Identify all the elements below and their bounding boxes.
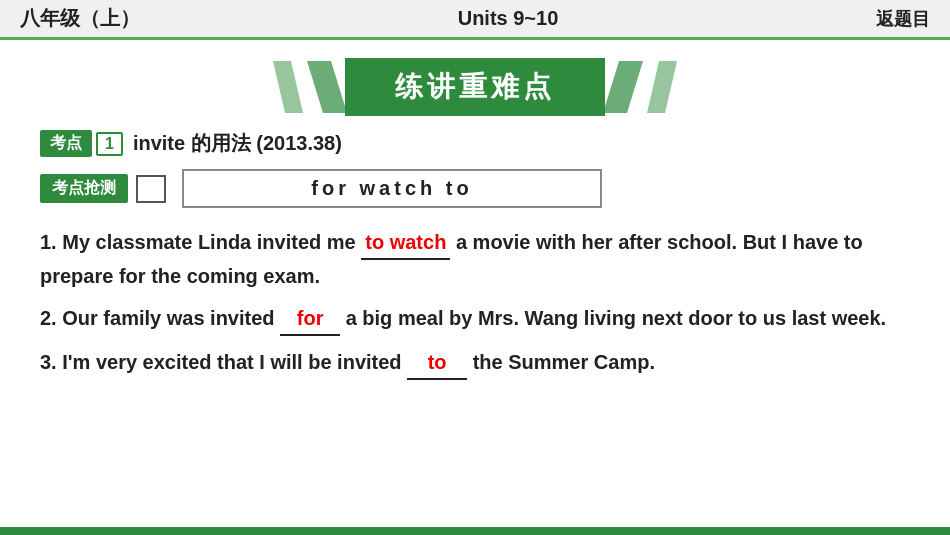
sentences: 1. My classmate Linda invited me to watc…	[40, 226, 910, 380]
sentence-1-before: My classmate Linda invited me	[62, 231, 361, 253]
banner-deco-right2	[647, 61, 677, 113]
sentence-2-number: 2.	[40, 307, 62, 329]
sentence-3-after: the Summer Camp.	[473, 351, 655, 373]
qiangce-checkbox[interactable]	[136, 175, 166, 203]
sentence-3: 3. I'm very excited that I will be invit…	[40, 346, 910, 380]
header: 八年级（上） Units 9~10 返题目	[0, 0, 950, 40]
sentence-2-before: Our family was invited	[62, 307, 280, 329]
sentence-2-blank: for	[280, 302, 340, 336]
banner-deco-left	[307, 61, 347, 113]
sentence-1-number: 1.	[40, 231, 62, 253]
content-area: 考点 1 invite 的用法 (2013.38) 考点抢测 for watch…	[0, 130, 950, 380]
header-units: Units 9~10	[458, 7, 559, 30]
sentence-1-blank: to watch	[361, 226, 450, 260]
qiangce-badge: 考点抢测	[40, 174, 128, 203]
banner-title: 练讲重难点	[345, 58, 605, 116]
sentence-3-before: I'm very excited that I will be invited	[62, 351, 407, 373]
kaodian-number: 1	[96, 132, 123, 156]
kaodian-row: 考点 1 invite 的用法 (2013.38)	[40, 130, 910, 157]
kaodian-badge: 考点	[40, 130, 92, 157]
kaodian-title: invite 的用法 (2013.38)	[133, 130, 342, 157]
sentence-1: 1. My classmate Linda invited me to watc…	[40, 226, 910, 292]
banner-deco-right	[603, 61, 643, 113]
banner-deco-left2	[273, 61, 303, 113]
qiangce-row: 考点抢测 for watch to	[40, 169, 910, 208]
sentence-2-after: a big meal by Mrs. Wang living next door…	[346, 307, 886, 329]
sentence-2: 2. Our family was invited for a big meal…	[40, 302, 910, 336]
bottom-bar	[0, 527, 950, 535]
sentence-3-blank: to	[407, 346, 467, 380]
word-bank: for watch to	[182, 169, 602, 208]
header-back[interactable]: 返题目	[876, 7, 930, 31]
header-grade: 八年级（上）	[20, 5, 140, 32]
sentence-3-number: 3.	[40, 351, 62, 373]
banner: 练讲重难点	[0, 58, 950, 116]
